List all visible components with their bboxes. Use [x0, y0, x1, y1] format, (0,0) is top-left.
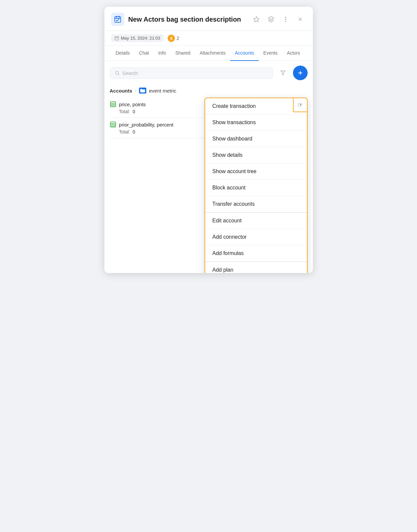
folder-icon — [139, 88, 146, 94]
search-input[interactable] — [122, 70, 268, 76]
coin-icon: $ — [168, 35, 175, 42]
menu-show-transactions[interactable]: Show transactions — [205, 115, 307, 131]
svg-marker-15 — [281, 71, 285, 75]
filter-icon — [280, 70, 286, 76]
menu-show-dashboard[interactable]: Show dashboard — [205, 131, 307, 147]
search-input-wrap — [110, 67, 273, 79]
header-actions — [250, 13, 306, 25]
search-icon — [115, 70, 120, 76]
sub-header: May 15, 2024; 21:03 $ 2 — [104, 31, 313, 46]
tab-attachments[interactable]: Attachments — [195, 46, 230, 61]
context-menu: ☞ Create transaction Show transactions S… — [205, 98, 308, 273]
svg-point-7 — [285, 19, 286, 20]
svg-line-14 — [118, 74, 119, 75]
svg-marker-4 — [253, 17, 259, 22]
tab-info[interactable]: Info — [154, 46, 171, 61]
menu-show-details[interactable]: Show details — [205, 147, 307, 163]
account-list: price, points Total: 0 ☞ Create transact… — [104, 98, 313, 138]
svg-point-13 — [115, 71, 118, 74]
tab-details[interactable]: Details — [111, 46, 135, 61]
date-badge: May 15, 2024; 21:03 — [111, 34, 164, 42]
tabs: Details Chat Info Shared Attachments Acc… — [104, 46, 313, 61]
tab-actors[interactable]: Actors — [282, 46, 305, 61]
layers-button[interactable] — [265, 13, 277, 25]
svg-marker-5 — [268, 17, 274, 19]
breadcrumb-current: event metric — [149, 88, 176, 94]
svg-rect-11 — [115, 37, 118, 40]
breadcrumb: Accounts › event metric — [104, 85, 313, 98]
tab-shared[interactable]: Shared — [171, 46, 195, 61]
close-button[interactable] — [294, 13, 306, 25]
svg-point-6 — [285, 17, 286, 18]
account-icon — [110, 121, 116, 128]
plus-icon — [297, 70, 304, 76]
date-text: May 15, 2024; 21:03 — [121, 36, 161, 41]
menu-transfer-accounts[interactable]: Transfer accounts — [205, 196, 307, 212]
cursor-hand-icon: ☞ — [298, 102, 303, 108]
tab-accounts[interactable]: Accounts — [230, 46, 259, 61]
svg-rect-0 — [115, 17, 121, 22]
more-button[interactable] — [280, 13, 292, 25]
filter-button[interactable] — [276, 66, 290, 80]
app-icon — [111, 13, 124, 26]
coin-badge: $ 2 — [168, 35, 179, 42]
account-total-value: 0 — [133, 129, 135, 134]
menu-create-transaction[interactable]: Create transaction — [205, 98, 307, 115]
breadcrumb-root[interactable]: Accounts — [110, 88, 132, 94]
coin-count: 2 — [177, 36, 179, 41]
app-window: New Actors bag section description — [104, 7, 313, 273]
breadcrumb-separator: › — [135, 88, 136, 93]
tab-chat[interactable]: Chat — [134, 46, 154, 61]
star-button[interactable] — [250, 13, 262, 25]
account-item: price, points Total: 0 ☞ Create transact… — [110, 98, 308, 118]
menu-add-plan[interactable]: Add plan — [205, 262, 307, 273]
menu-edit-account[interactable]: Edit account — [205, 212, 307, 229]
menu-add-formulas[interactable]: Add formulas — [205, 245, 307, 262]
menu-block-account[interactable]: Block account — [205, 180, 307, 196]
svg-point-8 — [285, 21, 286, 22]
header: New Actors bag section description — [104, 7, 313, 31]
tab-events[interactable]: Events — [259, 46, 282, 61]
context-menu-trigger[interactable]: ☞ — [293, 98, 308, 112]
window-title: New Actors bag section description — [128, 16, 246, 23]
add-button[interactable] — [293, 66, 308, 80]
account-total-value: 0 — [133, 109, 135, 114]
account-icon — [110, 101, 116, 108]
menu-add-connector[interactable]: Add connector — [205, 229, 307, 245]
search-bar — [104, 61, 313, 85]
account-name: prior_probability, percent — [119, 122, 174, 128]
menu-show-account-tree[interactable]: Show account tree — [205, 163, 307, 180]
account-name: price, points — [119, 102, 146, 107]
